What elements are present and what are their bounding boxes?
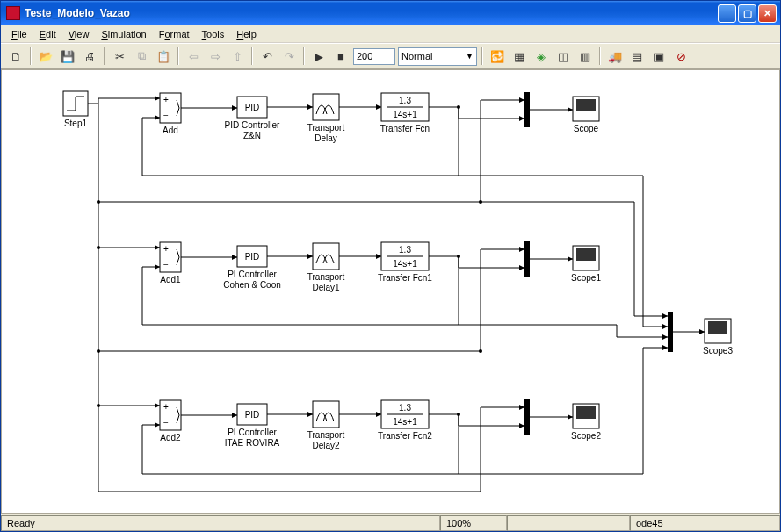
block-mux1[interactable]	[524, 241, 530, 277]
simmode-label: Normal	[401, 51, 432, 61]
tool-icon[interactable]: ▤	[627, 47, 647, 66]
minimize-button[interactable]: _	[718, 4, 736, 23]
block-pid-cc[interactable]: PID PI Controller Cohen & Coon	[223, 246, 281, 290]
block-transfer-fcn2[interactable]: 1.3 14s+1 Transfer Fcn2	[378, 400, 432, 441]
block-mux[interactable]	[524, 92, 530, 127]
block-transport-delay2[interactable]: Transport Delay2	[307, 401, 345, 450]
statusbar: Ready 100% ode45	[1, 514, 780, 531]
svg-text:PI Controller: PI Controller	[228, 270, 277, 279]
block-transport-delay1[interactable]: Transport Delay1	[307, 243, 345, 292]
menu-file[interactable]: File	[6, 27, 33, 41]
svg-text:+: +	[163, 244, 169, 254]
svg-text:PID Controller: PID Controller	[225, 120, 280, 130]
svg-point-65	[97, 404, 100, 407]
svg-text:Scope2: Scope2	[571, 431, 601, 441]
forward-icon[interactable]: ⇨	[206, 47, 225, 66]
tool-icon[interactable]: ◈	[532, 47, 551, 66]
tool-icon[interactable]: ⊘	[671, 47, 691, 66]
svg-text:Cohen & Coon: Cohen & Coon	[223, 280, 281, 290]
toolbar: 🗋 📂 💾 🖨 ✂ ⧉ 📋 ⇦ ⇨ ⇧ ↶ ↷ ▶ ■ Normal ▼ 🔂 ▦…	[1, 43, 780, 69]
svg-text:PID: PID	[245, 252, 260, 262]
status-solver: ode45	[630, 515, 780, 531]
svg-text:Transport: Transport	[307, 430, 345, 440]
separator	[599, 47, 601, 65]
separator	[177, 47, 179, 65]
stoptime-input[interactable]	[353, 48, 395, 65]
block-transfer-fcn[interactable]: 1.3 14s+1 Transfer Fcn	[380, 93, 430, 133]
svg-rect-19	[576, 99, 596, 111]
redo-icon[interactable]: ↷	[279, 47, 299, 66]
lib-icon[interactable]: 🔂	[488, 47, 507, 66]
model-canvas[interactable]: Step1 + − Add PID PID Controller Z&N	[1, 69, 780, 514]
tool-icon[interactable]: ◫	[553, 47, 573, 66]
diagram-svg: Step1 + − Add PID PID Controller Z&N	[2, 70, 780, 514]
chevron-down-icon: ▼	[466, 52, 474, 61]
svg-point-66	[457, 105, 460, 109]
copy-icon[interactable]: ⧉	[132, 47, 151, 66]
play-icon[interactable]: ▶	[309, 47, 329, 66]
save-icon[interactable]: 💾	[58, 47, 77, 66]
block-scope3[interactable]: Scope3	[703, 319, 733, 356]
cut-icon[interactable]: ✂	[110, 47, 129, 66]
block-add2[interactable]: + − Add2	[160, 400, 181, 442]
block-transfer-fcn1[interactable]: 1.3 14s+1 Transfer Fcn1	[378, 242, 432, 283]
block-pid-zn[interactable]: PID PID Controller Z&N	[225, 97, 280, 140]
svg-text:14s+1: 14s+1	[393, 110, 417, 119]
svg-point-70	[479, 349, 482, 353]
block-mux3[interactable]	[668, 312, 673, 352]
tool-icon[interactable]: ▦	[510, 47, 529, 66]
titlebar[interactable]: Teste_Modelo_Vazao _ ▢ ✕	[1, 1, 780, 25]
block-scope1[interactable]: Scope1	[571, 246, 601, 283]
build-icon[interactable]: 🚚	[605, 47, 625, 66]
new-icon[interactable]: 🗋	[6, 47, 25, 66]
simmode-select[interactable]: Normal ▼	[398, 47, 477, 66]
block-scope2[interactable]: Scope2	[571, 404, 601, 441]
undo-icon[interactable]: ↶	[257, 47, 277, 66]
block-add1[interactable]: + − Add1	[160, 242, 181, 284]
menu-format[interactable]: Format	[154, 27, 195, 41]
maximize-button[interactable]: ▢	[738, 4, 756, 23]
menu-tools[interactable]: Tools	[197, 27, 230, 41]
open-icon[interactable]: 📂	[36, 47, 55, 66]
svg-point-64	[97, 349, 100, 353]
menu-view[interactable]: View	[63, 27, 95, 41]
svg-text:14s+1: 14s+1	[393, 259, 417, 269]
block-mux2[interactable]	[524, 399, 530, 435]
separator	[251, 47, 253, 65]
paste-icon[interactable]: 📋	[154, 47, 173, 66]
svg-text:+: +	[163, 95, 169, 104]
menu-help[interactable]: Help	[231, 27, 262, 41]
svg-text:Add1: Add1	[160, 275, 181, 284]
menubar: File Edit View Simulation Format Tools H…	[1, 25, 780, 43]
back-icon[interactable]: ⇦	[184, 47, 203, 66]
up-icon[interactable]: ⇧	[228, 47, 247, 66]
svg-text:Delay: Delay	[315, 133, 337, 143]
tool-icon[interactable]: ▣	[649, 47, 669, 66]
svg-rect-60	[708, 321, 727, 334]
svg-text:1.3: 1.3	[399, 403, 411, 413]
block-pid-itae[interactable]: PID PI Controller ITAE ROVIRA	[225, 404, 280, 448]
svg-text:Transport: Transport	[307, 272, 345, 282]
svg-text:Scope: Scope	[574, 124, 599, 133]
svg-rect-38	[576, 248, 596, 261]
print-icon[interactable]: 🖨	[80, 47, 99, 66]
block-transport-delay[interactable]: Transport Delay	[307, 94, 345, 143]
svg-point-69	[479, 200, 482, 204]
window-buttons: _ ▢ ✕	[718, 4, 777, 23]
close-button[interactable]: ✕	[758, 4, 777, 23]
separator	[481, 47, 483, 65]
menu-simulation[interactable]: Simulation	[96, 27, 151, 41]
separator	[30, 47, 32, 65]
stop-icon[interactable]: ■	[331, 47, 351, 66]
svg-text:Transfer Fcn2: Transfer Fcn2	[378, 431, 432, 441]
block-step[interactable]: Step1	[63, 91, 88, 128]
tool-icon[interactable]: ▥	[575, 47, 595, 66]
block-scope[interactable]: Scope	[573, 97, 599, 133]
block-add[interactable]: + − Add	[160, 93, 181, 135]
svg-text:Transport: Transport	[307, 123, 345, 133]
svg-text:+: +	[163, 402, 169, 412]
menu-edit[interactable]: Edit	[34, 27, 61, 41]
svg-text:ITAE ROVIRA: ITAE ROVIRA	[225, 438, 280, 448]
svg-text:Add2: Add2	[160, 433, 181, 442]
svg-text:−: −	[163, 111, 169, 120]
